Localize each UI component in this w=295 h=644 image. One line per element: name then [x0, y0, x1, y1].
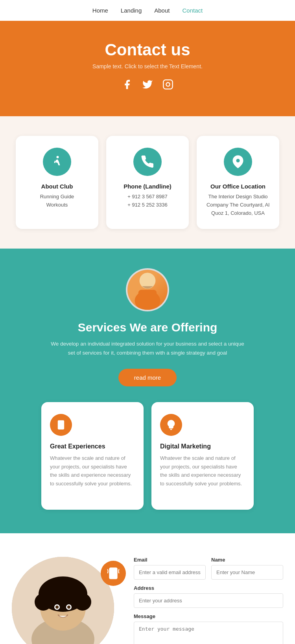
nav-about[interactable]: About — [154, 7, 170, 14]
address-field-group: Address — [134, 585, 283, 608]
mobile-icon — [55, 419, 66, 430]
email-label: Email — [134, 557, 206, 563]
email-input[interactable] — [134, 565, 206, 580]
main-nav: Home Landing About Contact — [0, 0, 295, 21]
digital-marketing-desc: Whatever the scale and nature of your pr… — [160, 454, 245, 488]
contact-form: Email Name Address Message SUBMIT Images… — [134, 557, 283, 644]
bulb-icon-wrap — [160, 414, 182, 436]
email-field-group: Email — [134, 557, 206, 580]
name-label: Name — [211, 557, 283, 563]
digital-marketing-card: Digital Marketing Whatever the scale and… — [151, 402, 254, 510]
svg-point-24 — [67, 606, 70, 609]
location-icon — [231, 155, 245, 169]
svg-point-2 — [57, 156, 59, 158]
service-cards-container: Great Experiences Whatever the scale and… — [12, 402, 283, 510]
svg-point-3 — [236, 159, 240, 163]
services-section: Services We are Offering We develop an i… — [0, 249, 295, 533]
great-experiences-desc: Whatever the scale and nature of your pr… — [50, 454, 135, 488]
info-cards-section: About Club Running GuideWorkouts Phone (… — [0, 116, 295, 249]
contact-left-panel — [12, 557, 122, 644]
services-avatar — [126, 268, 169, 311]
social-icons — [8, 79, 287, 93]
phone-signal-svg — [107, 567, 120, 580]
svg-point-19 — [48, 582, 61, 595]
phone-signal-icon — [101, 561, 126, 586]
message-label: Message — [134, 613, 283, 619]
address-input[interactable] — [134, 593, 283, 608]
hero-subtitle: Sample text. Click to select the Text El… — [8, 63, 287, 70]
location-address: The Interior Design Studio Company The C… — [205, 193, 271, 217]
instagram-icon[interactable] — [162, 79, 173, 93]
phone-icon-wrap — [133, 148, 162, 176]
services-title: Services We are Offering — [12, 321, 283, 334]
location-icon-wrap — [224, 148, 252, 176]
hero-section: Contact us Sample text. Click to select … — [0, 21, 295, 116]
message-textarea[interactable] — [134, 622, 283, 644]
great-experiences-card: Great Experiences Whatever the scale and… — [41, 402, 144, 510]
phone-icon — [140, 155, 155, 169]
facebook-icon[interactable] — [122, 79, 133, 93]
location-card: Our Office Location The Interior Design … — [197, 136, 279, 229]
nav-landing[interactable]: Landing — [121, 7, 142, 14]
phone-card: Phone (Landline) + 912 3 567 8987+ 912 5… — [106, 136, 189, 229]
great-experiences-title: Great Experiences — [50, 443, 135, 450]
name-field-group: Name — [211, 557, 283, 580]
svg-rect-0 — [163, 80, 172, 89]
contact-person-svg — [12, 557, 114, 644]
about-club-lines: Running GuideWorkouts — [24, 193, 90, 209]
bulb-icon — [166, 419, 177, 430]
svg-rect-6 — [138, 290, 157, 304]
name-input[interactable] — [211, 565, 283, 580]
about-club-card: About Club Running GuideWorkouts — [16, 136, 98, 229]
phone-numbers: + 912 3 567 8987+ 912 5 252 3336 — [114, 193, 181, 209]
services-description: We develop an individual integrated solu… — [49, 340, 246, 358]
contact-form-section: Email Name Address Message SUBMIT Images… — [0, 533, 295, 644]
message-field-group: Message — [134, 613, 283, 644]
read-more-button[interactable]: read more — [118, 369, 177, 386]
mobile-icon-wrap — [50, 414, 72, 436]
digital-marketing-title: Digital Marketing — [160, 443, 245, 450]
svg-point-23 — [55, 606, 59, 609]
runner-icon-wrap — [43, 148, 71, 176]
hero-title: Contact us — [8, 40, 287, 59]
nav-contact[interactable]: Contact — [182, 7, 203, 14]
twitter-icon[interactable] — [142, 79, 153, 93]
address-label: Address — [134, 585, 283, 591]
contact-person-image — [12, 557, 114, 644]
nav-home[interactable]: Home — [92, 7, 108, 14]
location-title: Our Office Location — [205, 183, 271, 190]
email-name-row: Email Name — [134, 557, 283, 580]
runner-icon — [50, 155, 64, 169]
about-club-title: About Club — [24, 183, 90, 190]
phone-title: Phone (Landline) — [114, 183, 181, 190]
svg-point-20 — [65, 582, 78, 595]
person-silhouette — [127, 268, 168, 311]
